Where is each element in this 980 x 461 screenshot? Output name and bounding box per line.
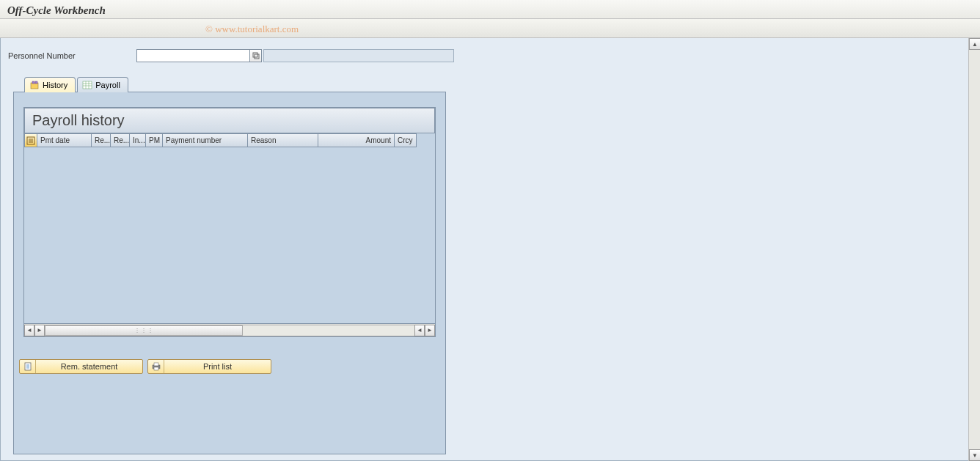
payroll-history-heading: Payroll history: [32, 112, 125, 129]
scroll-thumb[interactable]: ⋮⋮⋮: [45, 325, 243, 336]
scroll-track[interactable]: ⋮⋮⋮: [45, 325, 414, 336]
personnel-number-row: Personnel Number: [8, 49, 972, 62]
section-heading-cell: Payroll history: [24, 108, 435, 133]
col-pmt-date[interactable]: Pmt date: [37, 133, 92, 147]
scroll-right-button[interactable]: ►: [425, 325, 435, 336]
history-icon: [29, 80, 40, 90]
tab-history-label: History: [43, 81, 67, 89]
svg-rect-4: [35, 81, 37, 84]
page-title: Off-Cycle Workbench: [7, 4, 106, 16]
svg-rect-0: [253, 53, 257, 57]
tab-content-panel: Payroll history Pmt date Re... Re... In.…: [13, 92, 446, 454]
table-header-row: Pmt date Re... Re... In... PM Payment nu…: [24, 133, 435, 147]
scroll-left-button-outer[interactable]: ◄: [414, 325, 425, 336]
payroll-history-table: Payroll history Pmt date Re... Re... In.…: [23, 107, 436, 337]
search-help-icon[interactable]: [250, 49, 262, 62]
personnel-description-field: [263, 49, 454, 62]
table-body: [24, 147, 435, 323]
svg-rect-19: [154, 363, 158, 366]
personnel-number-input[interactable]: [136, 49, 250, 62]
col-re1[interactable]: Re...: [92, 133, 111, 147]
svg-rect-1: [255, 54, 259, 59]
main-content: Personnel Number History: [0, 38, 980, 461]
svg-rect-5: [83, 81, 92, 89]
print-list-label: Print list: [164, 362, 271, 371]
horizontal-scrollbar: ◄ ► ⋮⋮⋮ ◄ ►: [24, 323, 435, 336]
select-all-button[interactable]: [24, 133, 37, 147]
tab-strip: History Payroll: [24, 77, 972, 92]
print-icon: [148, 360, 164, 373]
scroll-left-button[interactable]: ◄: [24, 325, 34, 336]
rem-statement-label: Rem. statement: [36, 362, 142, 371]
col-amount[interactable]: Amount: [318, 133, 395, 147]
col-payment-number[interactable]: Payment number: [163, 133, 248, 147]
col-re2[interactable]: Re...: [111, 133, 130, 147]
print-list-button[interactable]: Print list: [147, 359, 271, 374]
svg-rect-20: [154, 367, 158, 370]
action-button-row: Rem. statement Print list: [19, 359, 442, 374]
svg-rect-3: [32, 81, 34, 84]
col-pm[interactable]: PM: [146, 133, 163, 147]
vertical-scrollbar: ▲ ▼: [968, 38, 980, 461]
scroll-down-button[interactable]: ▼: [969, 449, 980, 461]
page-header: Off-Cycle Workbench: [0, 0, 980, 19]
tab-history[interactable]: History: [24, 77, 76, 92]
document-icon: [20, 360, 36, 373]
rem-statement-button[interactable]: Rem. statement: [19, 359, 143, 374]
col-crcy[interactable]: Crcy: [395, 133, 417, 147]
personnel-input-wrapper: [136, 49, 262, 62]
tab-payroll[interactable]: Payroll: [77, 77, 128, 92]
application-toolbar: [0, 19, 980, 38]
personnel-number-label: Personnel Number: [8, 51, 136, 60]
scroll-up-button[interactable]: ▲: [969, 38, 980, 50]
payroll-icon: [82, 80, 92, 90]
scroll-grip-icon: ⋮⋮⋮: [134, 327, 154, 333]
col-in[interactable]: In...: [130, 133, 146, 147]
tab-payroll-label: Payroll: [95, 81, 120, 89]
scroll-right-button-inner[interactable]: ►: [34, 325, 45, 336]
col-reason[interactable]: Reason: [248, 133, 318, 147]
